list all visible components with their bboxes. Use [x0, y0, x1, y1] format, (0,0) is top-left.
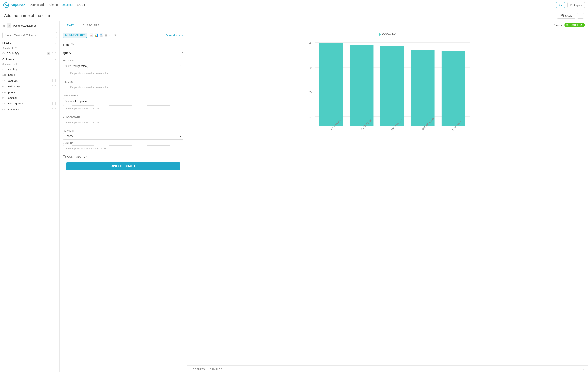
- dimensions-subsection-label: DIMENSIONS: [63, 92, 183, 98]
- collapse-panel-button[interactable]: ◀: [2, 24, 5, 28]
- view-all-charts-link[interactable]: View all charts: [166, 34, 183, 37]
- table-chart-icon[interactable]: ⊞: [105, 33, 107, 37]
- drag-handle-nationkey[interactable]: ⋮⋮: [51, 85, 57, 88]
- top-navigation: Superset Dashboards Charts Datasets SQL …: [0, 0, 588, 10]
- dimensions-item-abc-icon: abc: [68, 100, 72, 102]
- nav-datasets[interactable]: Datasets: [62, 3, 73, 7]
- columns-title: Columns: [2, 58, 14, 61]
- app-name: Superset: [11, 3, 25, 7]
- update-chart-button[interactable]: UPDATE CHART: [66, 162, 180, 170]
- plus-icon-dimensions: +: [65, 107, 67, 110]
- metrics-item-expand[interactable]: ›: [180, 65, 181, 68]
- page-title[interactable]: Add the name of the chart: [4, 13, 557, 18]
- bar-chart-checkbox[interactable]: ☑: [65, 34, 68, 37]
- column-item-mktsegment[interactable]: abc mktsegment ⋮⋮: [0, 101, 59, 106]
- bar-automobile[interactable]: [319, 43, 343, 126]
- time-section-header[interactable]: Time i ∨: [63, 40, 183, 49]
- filters-drop-zone[interactable]: + + Drop columns/metrics here or click: [63, 84, 183, 91]
- column-name-nationkey: nationkey: [8, 85, 50, 88]
- time-info-icon: i: [71, 43, 74, 46]
- contribution-checkbox[interactable]: [63, 155, 65, 158]
- column-type-custkey: #: [2, 68, 7, 70]
- bottom-expand-icon[interactable]: ∨: [583, 368, 585, 371]
- columns-section-header[interactable]: Columns ∧: [0, 56, 59, 62]
- tab-samples[interactable]: SAMPLES: [207, 366, 225, 372]
- metrics-item-remove[interactable]: ✕: [65, 65, 67, 68]
- dimensions-item-expand[interactable]: ›: [180, 100, 181, 103]
- dimensions-drop-item: ✕ abc mktsegment ›: [63, 98, 183, 104]
- chart-area: AVG(acctbal) 4k 3k 2k 1k 0: [187, 29, 588, 365]
- metric-config-icon[interactable]: ⊞: [47, 52, 50, 55]
- bar-chart-label: BAR CHART: [69, 34, 85, 37]
- breakdowns-drop-zone[interactable]: + + Drop columns here or click: [63, 119, 183, 126]
- settings-button[interactable]: Settings ▾: [567, 2, 585, 8]
- area-chart-icon[interactable]: 📉: [100, 33, 104, 37]
- query-section-header[interactable]: Query ∧: [63, 49, 183, 57]
- drag-handle-custkey[interactable]: ⋮⋮: [51, 67, 57, 71]
- sort-by-drop-zone[interactable]: + + Drop a column/metric here or click: [63, 145, 183, 152]
- column-item-phone[interactable]: abc phone ⋮⋮: [0, 89, 59, 95]
- columns-chevron: ∧: [55, 58, 57, 61]
- nav-links: Dashboards Charts Datasets SQL ▾: [30, 3, 85, 7]
- nav-sql[interactable]: SQL ▾: [77, 3, 85, 7]
- column-item-address[interactable]: abc address ⋮⋮: [0, 78, 59, 83]
- save-button[interactable]: 💾 SAVE: [557, 13, 576, 19]
- chart-type-badge[interactable]: ☑ BAR CHART: [63, 33, 87, 38]
- metrics-drop-zone[interactable]: + + Drop columns/metrics here or click: [63, 70, 183, 77]
- chart-type-row: ☑ BAR CHART 📈 📊 📉 ⊞ 4k ⏱ View all charts: [60, 30, 187, 40]
- add-button[interactable]: + ▾: [556, 2, 565, 8]
- tab-customize[interactable]: CUSTOMIZE: [78, 21, 103, 30]
- plus-icon-sort: +: [65, 147, 67, 150]
- search-metrics-columns-input[interactable]: [2, 32, 57, 38]
- clock-icon[interactable]: ⏱: [113, 33, 116, 37]
- filters-subsection-label: FILTERS: [63, 78, 183, 84]
- center-panel: DATA CUSTOMIZE ☑ BAR CHART 📈 📊 📉 ⊞ 4k ⏱ …: [60, 21, 187, 372]
- plus-icon-filters: +: [65, 86, 67, 89]
- column-item-comment[interactable]: abc comment ⋮⋮: [0, 106, 59, 112]
- tab-results[interactable]: RESULTS: [190, 366, 207, 372]
- app-logo[interactable]: Superset: [3, 2, 25, 8]
- metrics-section-header[interactable]: Metrics ∧: [0, 40, 59, 47]
- bar-building[interactable]: [441, 51, 465, 126]
- metric-item-count[interactable]: f(x) COUNT(*) ⊞ ⋮⋮: [0, 50, 59, 56]
- row-limit-value: 10000: [65, 135, 73, 138]
- row-limit-select[interactable]: 10000 ∨: [63, 133, 183, 140]
- bar-household[interactable]: [411, 50, 434, 126]
- column-item-name[interactable]: abc name ⋮⋮: [0, 72, 59, 78]
- query-title: Query: [63, 51, 71, 55]
- four-k-icon[interactable]: 4k: [109, 33, 112, 37]
- bar-chart-icon[interactable]: 📊: [94, 33, 98, 37]
- left-panel: ◀ ⊞ workshop.customer ⋮ Metrics ∧ Showin…: [0, 21, 60, 372]
- drag-handle-icon[interactable]: ⋮⋮: [51, 51, 57, 55]
- metrics-drop-item: ✕ f(x) AVG(acctbal) ›: [63, 63, 183, 69]
- row-limit-label: ROW LIMIT: [63, 128, 183, 133]
- nav-charts[interactable]: Charts: [49, 3, 58, 7]
- header-actions: 💾 SAVE ···: [557, 13, 584, 19]
- column-name-address: address: [8, 79, 50, 82]
- column-item-nationkey[interactable]: # nationkey ⋮⋮: [0, 83, 59, 89]
- drag-handle-name[interactable]: ⋮⋮: [51, 73, 57, 76]
- bar-machinery[interactable]: [380, 46, 404, 126]
- drag-handle-acctbal[interactable]: ⋮⋮: [51, 96, 57, 99]
- column-item-acctbal[interactable]: # acctbal ⋮⋮: [0, 95, 59, 101]
- dimensions-item-remove[interactable]: ✕: [65, 100, 67, 103]
- tab-data[interactable]: DATA: [63, 21, 78, 30]
- drag-handle-comment[interactable]: ⋮⋮: [51, 108, 57, 111]
- bar-furniture[interactable]: [350, 45, 373, 126]
- line-chart-icon[interactable]: 📈: [89, 33, 93, 37]
- column-item-custkey[interactable]: # custkey ⋮⋮: [0, 66, 59, 72]
- drag-handle-address[interactable]: ⋮⋮: [51, 79, 57, 82]
- dataset-menu-button[interactable]: ⋮: [53, 23, 57, 28]
- more-options-button[interactable]: ···: [577, 13, 584, 19]
- drag-handle-phone[interactable]: ⋮⋮: [51, 90, 57, 94]
- dimensions-drop-zone[interactable]: + + Drop columns here or click: [63, 105, 183, 112]
- column-type-nationkey: #: [2, 85, 7, 88]
- svg-text:1k: 1k: [309, 115, 313, 119]
- time-chevron: ∨: [182, 43, 183, 46]
- column-name-phone: phone: [8, 90, 50, 94]
- metrics-title: Metrics: [2, 42, 12, 45]
- contribution-label: CONTRIBUTION: [67, 155, 87, 158]
- column-name-name: name: [8, 73, 50, 76]
- nav-dashboards[interactable]: Dashboards: [30, 3, 45, 7]
- drag-handle-mktsegment[interactable]: ⋮⋮: [51, 102, 57, 105]
